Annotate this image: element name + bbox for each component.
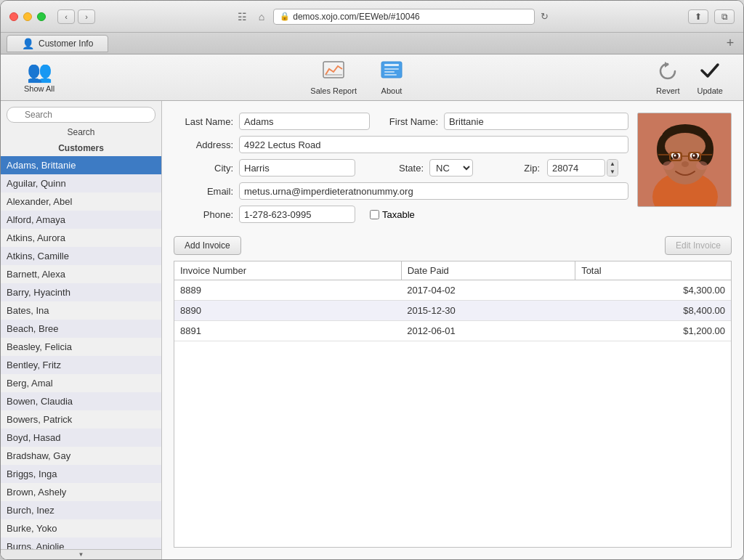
reader-icon[interactable]: ☷ [235,9,250,24]
customer-item[interactable]: Alexander, Abel [1,192,161,211]
invoice-toolbar: Add Invoice Edit Invoice [174,236,732,255]
customer-item[interactable]: Bentley, Fritz [1,356,161,374]
customer-photo [637,113,732,207]
maximize-button[interactable] [37,12,46,21]
customer-info-tab[interactable]: 👤 Customer Info [7,35,108,52]
customer-item[interactable]: Beach, Bree [1,320,161,338]
scroll-down-arrow: ▼ [78,551,84,558]
customer-item[interactable]: Bates, Ina [1,301,161,320]
customer-item[interactable]: Alford, Amaya [1,211,161,229]
email-input[interactable] [239,182,628,200]
customer-item[interactable]: Atkins, Camille [1,247,161,265]
customer-item[interactable]: Boyd, Hasad [1,429,161,447]
share-button[interactable]: ⬆ [688,9,708,24]
invoice-row[interactable]: 88902015-12-30$8,400.00 [174,301,731,321]
total-cell: $8,400.00 [575,301,731,321]
search-wrap: 🔍 [1,101,161,126]
customer-item[interactable]: Barry, Hyacinth [1,283,161,301]
last-name-label: Last Name: [174,116,239,127]
city-input[interactable] [239,159,355,176]
svg-marker-7 [665,62,669,68]
tab-bar: 👤 Customer Info + [1,33,743,54]
add-invoice-button[interactable]: Add Invoice [174,236,241,255]
search-input[interactable] [7,107,155,123]
revert-button[interactable]: Revert [647,57,688,98]
total-cell: $4,300.00 [575,280,731,301]
customer-item[interactable]: Atkins, Aurora [1,229,161,247]
invoice-row[interactable]: 88892017-04-02$4,300.00 [174,280,731,301]
sales-report-icon [322,60,345,84]
zip-input[interactable] [547,159,605,176]
address-bar[interactable]: 🔒 demos.xojo.com/EEWeb/#10046 [273,9,535,25]
close-button[interactable] [9,12,18,21]
new-tab-button[interactable]: + [723,36,737,51]
toolbar: 👥 Show All Sales Report [1,54,743,101]
total-cell: $1,200.00 [575,321,731,341]
about-button[interactable]: About [368,57,415,98]
customer-item[interactable]: Burns, Anjolie [1,537,161,549]
home-icon[interactable]: ⌂ [256,9,267,24]
invoice-row[interactable]: 88912012-06-01$1,200.00 [174,321,731,341]
customer-item[interactable]: Aguilar, Quinn [1,174,161,192]
customer-item[interactable]: Bowers, Patrick [1,410,161,429]
email-row: Email: [174,182,628,200]
update-button[interactable]: Update [689,57,732,98]
total-header: Total [575,261,731,280]
state-zip-group: NC Zip: ▲ ▼ [429,159,618,176]
invoice-number-cell: 8889 [174,280,401,301]
zip-stepper[interactable]: ▲ ▼ [607,159,618,176]
reload-button[interactable]: ↻ [541,11,549,22]
minimize-button[interactable] [23,12,32,21]
svg-point-32 [696,161,708,170]
invoice-number-header: Invoice Number [174,261,401,280]
invoice-scroll-area: Invoice Number Date Paid Total 88892017-… [174,261,732,548]
customer-item[interactable]: Bowen, Claudia [1,392,161,410]
zip-down-button[interactable]: ▼ [607,168,618,176]
invoice-section: Add Invoice Edit Invoice Invoice Number … [174,236,732,548]
forward-button[interactable]: › [78,9,95,24]
sales-report-label: Sales Report [310,86,357,95]
sales-report-button[interactable]: Sales Report [299,57,368,98]
customer-item[interactable]: Adams, Brittanie [1,156,161,174]
window-actions: ⬆ ⧉ [688,9,735,24]
lock-icon: 🔒 [280,12,290,21]
state-select[interactable]: NC [429,159,473,176]
customer-item[interactable]: Brown, Ashely [1,483,161,501]
main-content: 🔍 Search Customers Adams, BrittanieAguil… [1,101,743,559]
about-icon [380,60,403,84]
show-all-label: Show All [24,84,54,93]
sidebar: 🔍 Search Customers Adams, BrittanieAguil… [1,101,162,559]
customer-item[interactable]: Burke, Yoko [1,519,161,537]
zip-up-button[interactable]: ▲ [607,160,618,168]
state-label: State: [364,163,429,174]
customer-list: Adams, BrittanieAguilar, QuinnAlexander,… [1,156,161,549]
svg-rect-5 [384,71,395,73]
phone-label: Phone: [174,209,239,220]
first-name-label: First Name: [379,116,444,127]
customer-item[interactable]: Barnett, Alexa [1,265,161,283]
taxable-checkbox[interactable] [370,210,379,219]
svg-rect-4 [384,68,399,70]
svg-rect-3 [384,64,399,66]
customer-item[interactable]: Beasley, Felicia [1,338,161,356]
back-button[interactable]: ‹ [57,9,75,24]
svg-point-18 [665,133,705,159]
customer-item[interactable]: Bradshaw, Gay [1,447,161,465]
address-input[interactable] [239,136,628,153]
customer-item[interactable]: Briggs, Inga [1,465,161,483]
customers-header: Customers [1,140,161,156]
first-name-input[interactable] [444,113,628,130]
phone-input[interactable] [239,206,355,223]
email-label: Email: [174,186,239,197]
search-button[interactable]: Search [1,126,161,140]
customer-item[interactable]: Burch, Inez [1,501,161,519]
fullscreen-button[interactable]: ⧉ [714,9,735,24]
show-all-button[interactable]: 👥 Show All [12,59,66,96]
customer-item[interactable]: Berg, Amal [1,374,161,392]
address-row: Address: [174,136,628,153]
last-name-input[interactable] [239,113,370,130]
svg-point-30 [682,161,689,167]
date-paid-cell: 2015-12-30 [401,301,575,321]
edit-invoice-button[interactable]: Edit Invoice [665,236,732,255]
invoice-number-cell: 8890 [174,301,401,321]
